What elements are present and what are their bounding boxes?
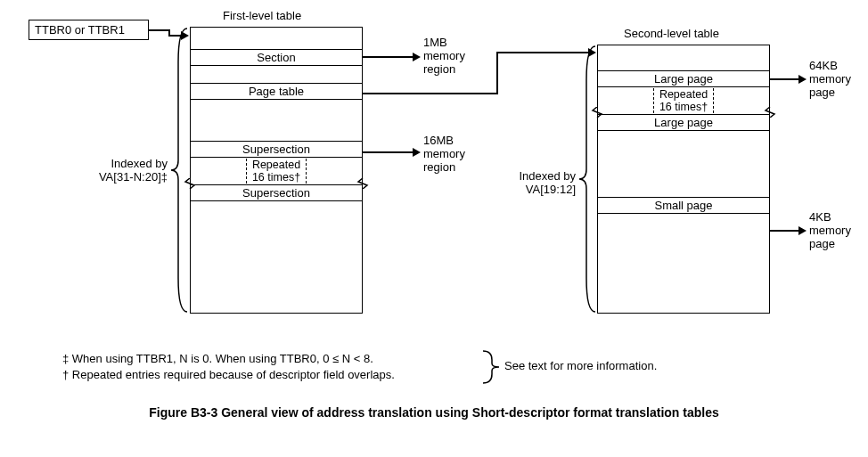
l1-super1-text: Supersection — [242, 143, 310, 156]
l2-index-l2: VA[19:12] — [504, 183, 576, 196]
l1-index-l2: VA[31-N:20]‡ — [93, 170, 168, 184]
pt-conn-v — [496, 52, 498, 94]
ttbr-arrow-h — [149, 29, 168, 31]
l2-repeated-suffix: 16 times† — [659, 101, 708, 113]
small-arrowhead — [798, 226, 807, 235]
large-arrowhead — [798, 75, 807, 84]
section-out-l2: memory — [423, 49, 465, 62]
footnote-ddagger: ‡ When using TTBR1, N is 0. When using T… — [62, 352, 373, 365]
section-output: 1MB memory region — [423, 36, 465, 76]
small-out-l1: 4KB — [809, 210, 851, 224]
l2-brace — [577, 45, 597, 314]
small-output: 4KB memory page — [809, 210, 851, 250]
l1-entry-section: Section — [191, 49, 362, 66]
l1-repeated-text: Repeated — [252, 159, 300, 171]
large-out-l3: page — [809, 86, 851, 99]
l1-brace — [169, 27, 189, 314]
footnote-dagger: † Repeated entries required because of d… — [62, 368, 395, 381]
l2-break-right — [764, 107, 776, 118]
l1-index-label: Indexed by VA[31-N:20]‡ — [93, 157, 168, 184]
large-output: 64KB memory page — [809, 59, 851, 99]
l2-small-text: Small page — [654, 199, 712, 212]
l1-entry-supersection-first: Supersection — [191, 141, 362, 158]
ttbr-register-box: TTBR0 or TTBR1 — [29, 20, 149, 40]
super-out-l1: 16MB — [423, 134, 465, 147]
l2-index-l1: Indexed by — [504, 169, 576, 183]
l2-entry-largepage-first: Large page — [598, 70, 769, 87]
second-level-table: Large page Repeated 16 times† Large page… — [597, 45, 770, 314]
large-out-l1: 64KB — [809, 59, 851, 72]
section-out-l1: 1MB — [423, 36, 465, 49]
pt-conn-h1 — [363, 93, 496, 94]
small-arrow-line — [770, 230, 800, 232]
section-arrowhead — [413, 53, 421, 61]
ttbr-label: TTBR0 or TTBR1 — [35, 23, 125, 37]
super-arrowhead — [413, 148, 421, 157]
l1-entry-supersection-last: Supersection — [191, 184, 362, 201]
section-out-l3: region — [423, 62, 465, 76]
l2-index-label: Indexed by VA[19:12] — [504, 169, 576, 196]
large-out-l2: memory — [809, 72, 851, 86]
first-level-title: First-level table — [223, 9, 301, 22]
l1-repeated-block: Repeated 16 times† — [191, 158, 362, 184]
l2-repeated-block: Repeated 16 times† — [598, 87, 769, 114]
footnote-seetext: See text for more information. — [504, 359, 657, 372]
figure-caption: Figure B3-3 General view of address tran… — [62, 405, 806, 420]
l1-break-right — [356, 178, 369, 189]
l2-repeated-text: Repeated — [659, 88, 708, 101]
second-level-title: Second-level table — [624, 27, 719, 40]
l1-pagetable-text: Page table — [249, 85, 304, 98]
section-arrow-line — [363, 56, 414, 58]
l1-super2-text: Supersection — [242, 186, 310, 200]
large-arrow-line — [770, 78, 800, 80]
l2-entry-smallpage: Small page — [598, 197, 769, 214]
super-out-l2: memory — [423, 147, 465, 160]
super-out-l3: region — [423, 160, 465, 174]
super-arrow-line — [363, 151, 414, 153]
small-out-l2: memory — [809, 224, 851, 237]
l1-section-text: Section — [257, 51, 295, 64]
l1-entry-pagetable: Page table — [191, 84, 362, 100]
l2-large2-text: Large page — [654, 116, 713, 129]
l1-index-l1: Indexed by — [93, 157, 168, 170]
first-level-table: Section Page table Supersection Repeated… — [190, 27, 363, 314]
l1-repeated-suffix: 16 times† — [252, 171, 300, 184]
small-out-l3: page — [809, 237, 851, 250]
footnote-brace — [481, 349, 501, 385]
l2-entry-largepage-last: Large page — [598, 114, 769, 131]
pt-conn-h2 — [496, 52, 589, 53]
super-output: 16MB memory region — [423, 134, 465, 174]
l2-large1-text: Large page — [654, 72, 713, 86]
